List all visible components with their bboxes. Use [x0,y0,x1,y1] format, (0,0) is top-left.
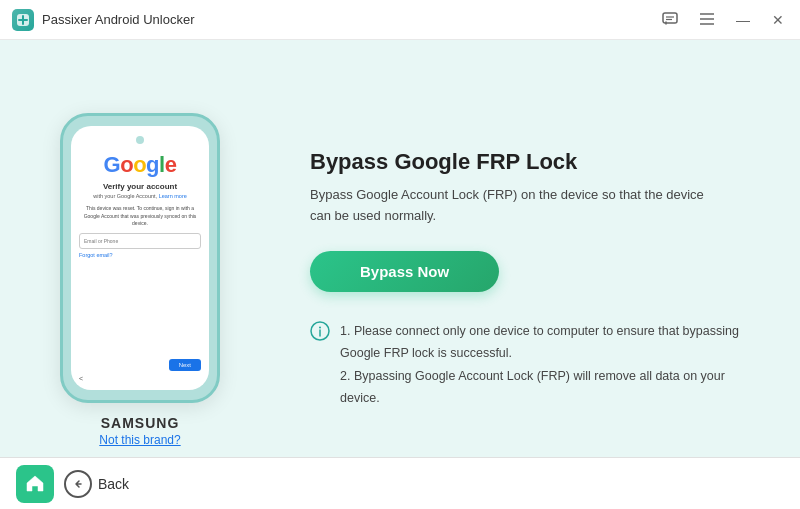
verify-sub: with your Google Account, Learn more [93,193,187,201]
phone-notch [136,136,144,144]
brand-name: SAMSUNG [101,415,180,431]
title-bar-controls: — ✕ [658,10,788,30]
app-title: Passixer Android Unlocker [42,12,194,27]
chat-button[interactable] [658,10,682,30]
title-bar: Passixer Android Unlocker — ✕ [0,0,800,40]
back-label: Back [98,476,129,492]
frp-title: Bypass Google FRP Lock [310,149,760,175]
title-bar-left: Passixer Android Unlocker [12,9,194,31]
verify-desc: This device was reset. To continue, sign… [79,205,201,228]
next-button[interactable]: Next [169,359,201,371]
phone-screen: Google Verify your account with your Goo… [71,126,209,390]
right-panel: Bypass Google FRP Lock Bypass Google Acc… [280,40,800,509]
close-button[interactable]: ✕ [768,11,788,29]
back-button-icon [64,470,92,498]
frp-description: Bypass Google Account Lock (FRP) on the … [310,185,710,227]
google-logo: Google [104,152,177,178]
email-input[interactable] [79,233,201,249]
notes-text: 1. Please connect only one device to com… [340,320,760,410]
menu-button[interactable] [696,11,718,29]
home-button[interactable] [16,465,54,503]
brand-change-link[interactable]: Not this brand? [99,433,180,447]
info-icon [310,321,330,341]
minimize-button[interactable]: — [732,11,754,29]
left-panel: Google Verify your account with your Goo… [0,40,280,509]
note-2: 2. Bypassing Google Account Lock (FRP) w… [340,365,760,410]
forgot-email-link[interactable]: Forgot email? [79,252,113,258]
verify-title: Verify your account [103,182,177,191]
back-button[interactable]: Back [64,470,129,498]
note-1: 1. Please connect only one device to com… [340,320,760,365]
phone-mockup: Google Verify your account with your Goo… [60,113,220,403]
bypass-now-button[interactable]: Bypass Now [310,251,499,292]
svg-rect-1 [663,13,677,23]
app-icon [12,9,34,31]
bottom-bar: Back [0,457,800,509]
svg-point-9 [319,326,321,328]
back-arrow[interactable]: < [79,375,83,382]
notes-section: 1. Please connect only one device to com… [310,320,760,410]
main-content: Google Verify your account with your Goo… [0,40,800,509]
learn-more-link[interactable]: Learn more [159,193,187,199]
